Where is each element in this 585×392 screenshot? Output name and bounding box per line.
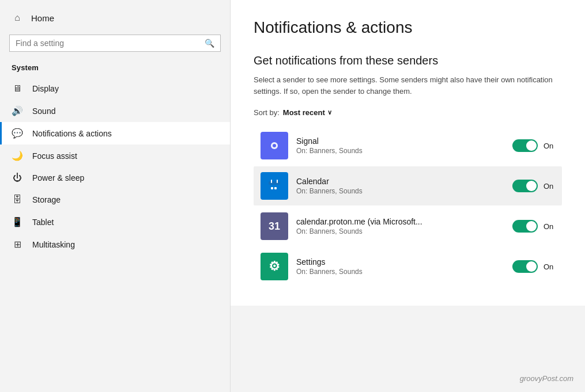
app-row-proton-calendar[interactable]: 31 calendar.proton.me (via Microsoft... … bbox=[254, 207, 562, 246]
svg-rect-6 bbox=[277, 180, 278, 183]
home-label: Home bbox=[31, 13, 54, 23]
svg-rect-4 bbox=[269, 181, 280, 185]
sidebar-item-notifications[interactable]: 💬 Notifications & actions bbox=[0, 122, 230, 144]
sidebar-item-label-sound: Sound bbox=[32, 106, 55, 116]
sidebar-item-label-multitasking: Multitasking bbox=[32, 240, 75, 249]
calendar-app-name: Calendar bbox=[296, 177, 504, 186]
display-icon: 🖥 bbox=[12, 83, 23, 94]
storage-icon: 🗄 bbox=[12, 195, 23, 205]
main-content: Notifications & actions Get notification… bbox=[231, 0, 585, 306]
power-sleep-icon: ⏻ bbox=[12, 173, 23, 183]
sidebar: ⌂ Home 🔍 System 🖥 Display 🔊 Sound 💬 Noti… bbox=[0, 0, 231, 392]
settings-app-icon: ⚙ bbox=[261, 253, 288, 280]
signal-app-name: Signal bbox=[296, 136, 504, 146]
sort-dropdown[interactable]: Most recent ∨ bbox=[283, 108, 332, 117]
sidebar-item-label-display: Display bbox=[32, 84, 59, 93]
proton-calendar-toggle[interactable] bbox=[512, 220, 538, 233]
main-wrapper: Notifications & actions Get notification… bbox=[231, 0, 585, 392]
settings-app-info: Settings On: Banners, Sounds bbox=[296, 257, 504, 276]
focus-assist-icon: 🌙 bbox=[12, 150, 23, 161]
sound-icon: 🔊 bbox=[12, 105, 23, 116]
sidebar-item-focus-assist[interactable]: 🌙 Focus assist bbox=[0, 144, 230, 167]
app-row-signal[interactable]: Signal On: Banners, Sounds On bbox=[254, 126, 562, 165]
svg-rect-8 bbox=[274, 187, 277, 189]
signal-app-info: Signal On: Banners, Sounds bbox=[296, 136, 504, 155]
proton-calendar-toggle-group: On bbox=[512, 220, 555, 233]
calendar-toggle-group: On bbox=[512, 180, 555, 192]
proton-calendar-app-icon: 31 bbox=[261, 212, 288, 240]
signal-app-icon bbox=[261, 132, 288, 159]
sidebar-item-label-notifications: Notifications & actions bbox=[32, 129, 112, 138]
tablet-icon: 📱 bbox=[12, 216, 23, 227]
sort-row: Sort by: Most recent ∨ bbox=[254, 108, 562, 117]
signal-toggle[interactable] bbox=[512, 139, 538, 152]
settings-app-status: On: Banners, Sounds bbox=[296, 268, 504, 276]
svg-rect-5 bbox=[271, 180, 272, 183]
sidebar-item-label-focus-assist: Focus assist bbox=[32, 151, 77, 161]
sidebar-item-tablet[interactable]: 📱 Tablet bbox=[0, 211, 230, 233]
section-description: Select a sender to see more settings. So… bbox=[254, 74, 553, 97]
sidebar-item-sound[interactable]: 🔊 Sound bbox=[0, 100, 230, 122]
sidebar-item-label-storage: Storage bbox=[32, 195, 61, 204]
sort-value-text: Most recent bbox=[283, 108, 325, 117]
notifications-icon: 💬 bbox=[12, 128, 23, 139]
sidebar-item-label-tablet: Tablet bbox=[32, 218, 54, 227]
app-row-settings[interactable]: ⚙ Settings On: Banners, Sounds On bbox=[254, 247, 562, 286]
search-input[interactable] bbox=[16, 39, 205, 48]
sidebar-item-display[interactable]: 🖥 Display bbox=[0, 78, 230, 100]
watermark: groovyPost.com bbox=[520, 374, 573, 383]
multitasking-icon: ⊞ bbox=[12, 239, 23, 250]
app-row-calendar[interactable]: Calendar On: Banners, Sounds On bbox=[254, 166, 562, 205]
sidebar-home-button[interactable]: ⌂ Home bbox=[0, 6, 230, 30]
section-title: Get notifications from these senders bbox=[254, 54, 562, 67]
settings-toggle-label: On bbox=[544, 262, 555, 271]
sidebar-item-storage[interactable]: 🗄 Storage bbox=[0, 189, 230, 211]
settings-toggle[interactable] bbox=[512, 260, 538, 273]
proton-calendar-app-info: calendar.proton.me (via Microsoft... On:… bbox=[296, 217, 504, 235]
calendar-app-status: On: Banners, Sounds bbox=[296, 187, 504, 195]
chevron-down-icon: ∨ bbox=[327, 109, 332, 116]
calendar-app-info: Calendar On: Banners, Sounds bbox=[296, 177, 504, 195]
proton-calendar-app-status: On: Banners, Sounds bbox=[296, 227, 504, 235]
search-box: 🔍 bbox=[9, 35, 221, 52]
sidebar-item-label-power-sleep: Power & sleep bbox=[32, 173, 84, 182]
sort-by-label: Sort by: bbox=[254, 108, 280, 117]
calendar-toggle[interactable] bbox=[512, 180, 538, 192]
proton-calendar-toggle-label: On bbox=[544, 222, 555, 231]
settings-app-name: Settings bbox=[296, 257, 504, 267]
system-section-label: System bbox=[0, 60, 230, 78]
sidebar-item-power-sleep[interactable]: ⏻ Power & sleep bbox=[0, 167, 230, 189]
calendar-toggle-label: On bbox=[544, 182, 555, 191]
calendar-app-icon bbox=[261, 172, 288, 200]
svg-rect-7 bbox=[271, 187, 273, 189]
home-icon: ⌂ bbox=[12, 13, 23, 23]
page-title: Notifications & actions bbox=[254, 18, 562, 37]
sidebar-item-multitasking[interactable]: ⊞ Multitasking bbox=[0, 233, 230, 256]
signal-app-status: On: Banners, Sounds bbox=[296, 147, 504, 155]
search-button[interactable]: 🔍 bbox=[205, 39, 214, 48]
signal-toggle-group: On bbox=[512, 139, 555, 152]
settings-toggle-group: On bbox=[512, 260, 555, 273]
signal-toggle-label: On bbox=[544, 142, 555, 150]
svg-point-2 bbox=[273, 144, 276, 147]
proton-calendar-app-name: calendar.proton.me (via Microsoft... bbox=[296, 217, 504, 226]
